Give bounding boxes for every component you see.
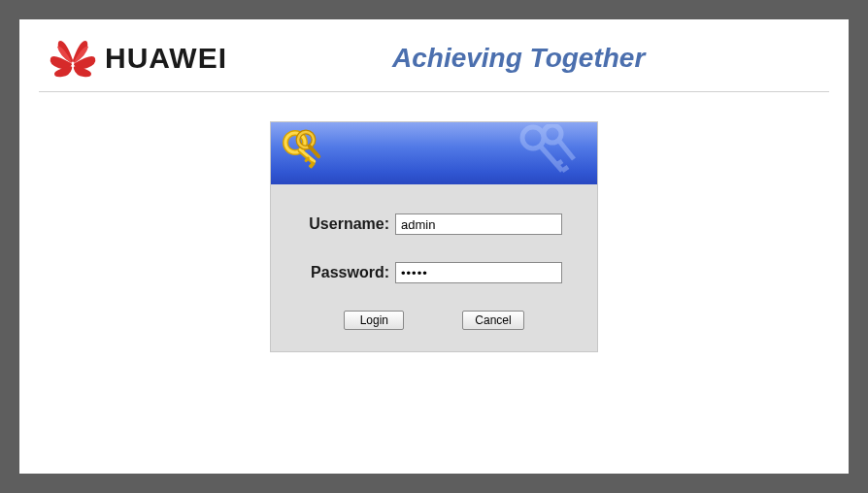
keys-icon [281,128,333,181]
password-row: Password: [294,262,574,283]
username-row: Username: [294,214,574,235]
login-button[interactable]: Login [344,311,404,330]
login-panel: Username: Password: Login Cancel [270,121,598,352]
tagline: Achieving Together [392,43,645,74]
username-input[interactable] [395,214,562,235]
button-row: Login Cancel [294,311,574,330]
password-label: Password: [294,264,395,281]
header-bar: HUAWEI Achieving Together [39,19,829,92]
keys-watermark-icon [514,124,582,184]
password-input[interactable] [395,262,562,283]
username-label: Username: [294,215,395,233]
page-container: HUAWEI Achieving Together [19,19,849,474]
huawei-logo-icon [49,37,97,80]
cancel-button[interactable]: Cancel [462,311,523,330]
login-banner [271,122,597,184]
brand-name: HUAWEI [105,42,227,75]
brand-logo: HUAWEI [49,37,227,80]
login-form: Username: Password: Login Cancel [271,184,597,351]
